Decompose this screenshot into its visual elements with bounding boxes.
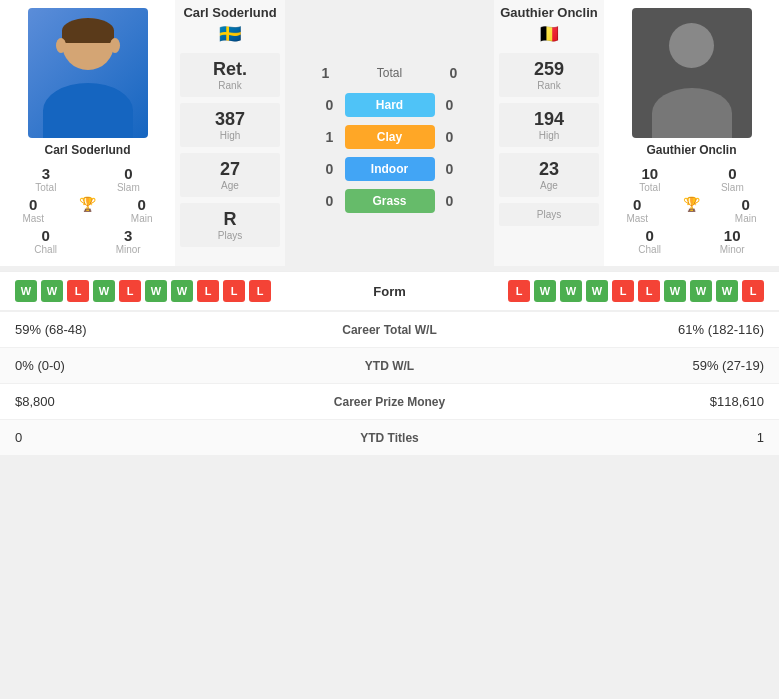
stats-row: 0 YTD Titles 1	[0, 420, 779, 456]
stats-row: $8,800 Career Prize Money $118,610	[0, 384, 779, 420]
right-rank-stat: 259 Rank	[499, 53, 599, 97]
right-form-badge-w: W	[690, 280, 712, 302]
right-main-value: 0	[742, 196, 750, 213]
right-plays-stat: Plays	[499, 203, 599, 226]
right-form-badge-l: L	[612, 280, 634, 302]
left-player-photo	[28, 8, 148, 138]
right-total-slam-row: 10 Total 0 Slam	[609, 165, 774, 193]
right-mast-item: 0 Mast	[626, 196, 648, 224]
main-container: Carl Soderlund 3 Total 0 Slam 0	[0, 0, 779, 456]
left-chall-item: 0 Chall	[34, 227, 57, 255]
right-stats: 10 Total 0 Slam 0 Mast 🏆 0	[609, 162, 774, 258]
right-main-item: 0 Main	[735, 196, 757, 224]
left-main-value: 0	[138, 196, 146, 213]
right-main-label: Main	[735, 213, 757, 224]
left-chall-label: Chall	[34, 244, 57, 255]
right-rank-label: Rank	[537, 80, 560, 91]
right-form-badge-l: L	[638, 280, 660, 302]
right-form-badges: LWWWLLWWWL	[450, 280, 765, 302]
clay-left-score: 1	[321, 129, 339, 145]
left-age-value: 27	[220, 159, 240, 180]
clay-button[interactable]: Clay	[345, 125, 435, 149]
right-total-value: 10	[641, 165, 658, 182]
total-row: 1 Total 0	[317, 65, 463, 81]
grass-button[interactable]: Grass	[345, 189, 435, 213]
hard-left-score: 0	[321, 97, 339, 113]
clay-right-score: 0	[441, 129, 459, 145]
left-high-value: 387	[215, 109, 245, 130]
stats-label-0: Career Total W/L	[290, 323, 490, 337]
indoor-row: 0 Indoor 0	[321, 157, 459, 181]
right-form-badge-w: W	[664, 280, 686, 302]
left-rank-value: Ret.	[213, 59, 247, 80]
right-trophy-icon: 🏆	[683, 196, 700, 224]
left-form-badge-w: W	[171, 280, 193, 302]
stats-row: 59% (68-48) Career Total W/L 61% (182-11…	[0, 312, 779, 348]
clay-row: 1 Clay 0	[321, 125, 459, 149]
left-form-badge-l: L	[249, 280, 271, 302]
left-plays-value: R	[224, 209, 237, 230]
left-form-badge-w: W	[15, 280, 37, 302]
left-slam-item: 0 Slam	[117, 165, 140, 193]
hard-right-score: 0	[441, 97, 459, 113]
right-total-label: Total	[639, 182, 660, 193]
right-age-value: 23	[539, 159, 559, 180]
stats-label-3: YTD Titles	[290, 431, 490, 445]
right-age-stat: 23 Age	[499, 153, 599, 197]
left-slam-value: 0	[124, 165, 132, 182]
left-mast-item: 0 Mast	[22, 196, 44, 224]
right-player-photo	[632, 8, 752, 138]
left-trophy-icon: 🏆	[79, 196, 96, 224]
left-plays-label: Plays	[218, 230, 242, 241]
right-form-badge-w: W	[586, 280, 608, 302]
left-minor-value: 3	[124, 227, 132, 244]
left-minor-label: Minor	[116, 244, 141, 255]
left-form-badges: WWLWLWWLLL	[15, 280, 330, 302]
grass-row: 0 Grass 0	[321, 189, 459, 213]
left-stats: 3 Total 0 Slam 0 Mast 🏆 0	[5, 162, 170, 258]
left-form-badge-l: L	[119, 280, 141, 302]
left-player-block: Carl Soderlund 3 Total 0 Slam 0	[0, 0, 175, 266]
left-age-stat: 27 Age	[180, 153, 280, 197]
right-high-label: High	[539, 130, 560, 141]
right-plays-label: Plays	[537, 209, 561, 220]
left-form-badge-l: L	[197, 280, 219, 302]
total-right-score: 0	[445, 65, 463, 81]
stats-left-1: 0% (0-0)	[15, 358, 290, 373]
right-center-name: Gauthier Onclin	[500, 5, 598, 20]
form-section: WWLWLWWLLL Form LWWWLLWWWL	[0, 271, 779, 310]
hard-row: 0 Hard 0	[321, 93, 459, 117]
right-rank-value: 259	[534, 59, 564, 80]
form-label: Form	[330, 284, 450, 299]
right-minor-item: 10 Minor	[720, 227, 745, 255]
right-form-badge-w: W	[560, 280, 582, 302]
left-rank-stat: Ret. Rank	[180, 53, 280, 97]
left-mast-label: Mast	[22, 213, 44, 224]
left-minor-item: 3 Minor	[116, 227, 141, 255]
left-player-name: Carl Soderlund	[44, 143, 130, 157]
left-total-label: Total	[35, 182, 56, 193]
left-rank-label: Rank	[218, 80, 241, 91]
stats-right-1: 59% (27-19)	[490, 358, 765, 373]
left-total-item: 3 Total	[35, 165, 56, 193]
indoor-right-score: 0	[441, 161, 459, 177]
right-player-name: Gauthier Onclin	[646, 143, 736, 157]
left-age-label: Age	[221, 180, 239, 191]
left-center-name: Carl Soderlund	[183, 5, 276, 20]
left-chall-value: 0	[42, 227, 50, 244]
total-label: Total	[345, 66, 435, 80]
right-minor-value: 10	[724, 227, 741, 244]
left-form-badge-l: L	[67, 280, 89, 302]
total-left-score: 1	[317, 65, 335, 81]
right-form-badge-w: W	[716, 280, 738, 302]
right-chall-label: Chall	[638, 244, 661, 255]
surfaces-column: 1 Total 0 0 Hard 0 1 Clay 0 0 Indoor 0	[290, 0, 489, 266]
grass-right-score: 0	[441, 193, 459, 209]
indoor-button[interactable]: Indoor	[345, 157, 435, 181]
hard-button[interactable]: Hard	[345, 93, 435, 117]
stats-right-2: $118,610	[490, 394, 765, 409]
left-form-badge-w: W	[93, 280, 115, 302]
stats-right-3: 1	[490, 430, 765, 445]
right-minor-label: Minor	[720, 244, 745, 255]
right-chall-minor-row: 0 Chall 10 Minor	[609, 227, 774, 255]
